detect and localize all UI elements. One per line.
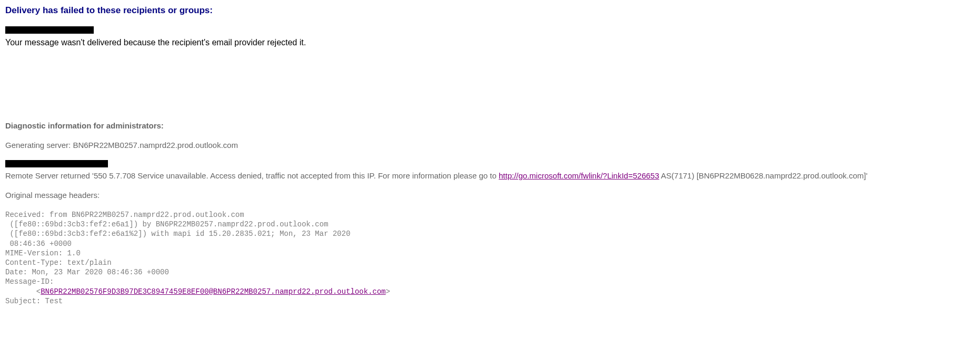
redacted-recipient-email-2	[5, 160, 108, 167]
microsoft-help-link[interactable]: http://go.microsoft.com/fwlink/?LinkId=5…	[499, 171, 659, 180]
message-headers-block: Received: from BN6PR22MB0257.namprd22.pr…	[5, 210, 975, 306]
header-date: Date: Mon, 23 Mar 2020 08:46:36 +0000	[5, 268, 169, 276]
header-message-id-prefix: <	[5, 287, 41, 296]
message-id-link[interactable]: BN6PR22MB02576F9D3B97DE3C8947459E8EF00@B…	[41, 287, 385, 296]
header-mime-version: MIME-Version: 1.0	[5, 249, 81, 257]
remote-error-prefix: Remote Server returned '550 5.7.708 Serv…	[5, 171, 499, 180]
redacted-recipient-email	[5, 26, 94, 34]
diagnostic-heading: Diagnostic information for administrator…	[5, 121, 975, 130]
header-received-3: ([fe80::69bd:3cb3:fef2:e6a1%2]) with map…	[5, 230, 350, 238]
header-message-id-suffix: >	[386, 287, 390, 296]
delivery-failed-heading: Delivery has failed to these recipients …	[5, 5, 975, 16]
header-received-1: Received: from BN6PR22MB0257.namprd22.pr…	[5, 211, 244, 219]
remote-server-error-text: Remote Server returned '550 5.7.708 Serv…	[5, 171, 975, 180]
header-received-4: 08:46:36 +0000	[5, 240, 72, 248]
header-received-2: ([fe80::69bd:3cb3:fef2:e6a1]) by BN6PR22…	[5, 220, 328, 228]
header-content-type: Content-Type: text/plain	[5, 258, 112, 267]
header-subject: Subject: Test	[5, 297, 63, 305]
rejection-reason-text: Your message wasn't delivered because th…	[5, 38, 975, 47]
remote-error-suffix: AS(7171) [BN6PR22MB0628.namprd22.prod.ou…	[659, 171, 868, 180]
original-headers-label: Original message headers:	[5, 191, 975, 200]
header-message-id-label: Message-ID:	[5, 277, 54, 286]
generating-server-text: Generating server: BN6PR22MB0257.namprd2…	[5, 141, 975, 150]
